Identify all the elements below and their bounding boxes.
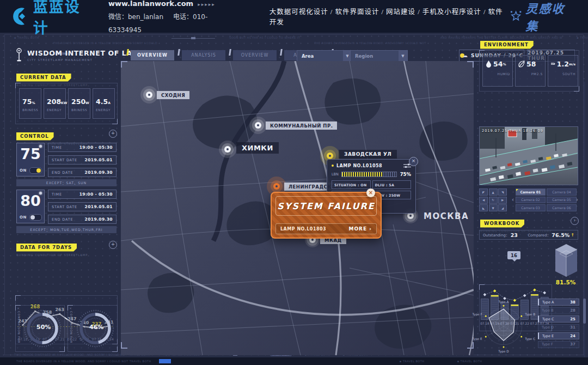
- gauge-value: 50%: [36, 324, 51, 331]
- region-select-value: Region: [355, 53, 373, 59]
- camera-feed[interactable]: [479, 126, 578, 185]
- footer-blue-box: [159, 359, 171, 363]
- brightness-bar[interactable]: [341, 172, 397, 177]
- camera-04-button[interactable]: Camera 04: [547, 188, 577, 196]
- inspiration-collect[interactable]: 灵感收集: [510, 0, 576, 34]
- svg-text:Type F: Type F: [472, 313, 482, 317]
- schedule-toggle-1[interactable]: [29, 167, 42, 174]
- type-a-row[interactable]: Type A38: [538, 299, 579, 306]
- workbook-next-button[interactable]: ›: [571, 217, 579, 225]
- brightness-box-2: 80 ON: [16, 190, 45, 223]
- pan-right-button[interactable]: ▶: [498, 197, 507, 204]
- brand-name: 蓝蓝设计: [33, 0, 94, 38]
- compared-label: Compared：: [528, 232, 550, 238]
- camera-05-button[interactable]: Camera 05: [547, 197, 577, 204]
- time-row: TIME19:00 - 05:30: [48, 143, 117, 152]
- map-label[interactable]: СХОДНЯ: [157, 91, 189, 99]
- pan-down-right-button[interactable]: ◢: [498, 204, 507, 211]
- refresh-button[interactable]: ↻: [489, 197, 498, 204]
- camera-timestamp: 2019.07.25 THUR 18:26:09: [482, 129, 543, 133]
- camera-03-button[interactable]: Camera 03: [516, 204, 546, 211]
- start-date-row: START DATE2019.05.01: [48, 155, 117, 165]
- panel-title-chip: WORKBOOK: [480, 220, 524, 228]
- type-c-row[interactable]: Type C25: [538, 315, 579, 323]
- gauge-label: COMPARISON FOR: [70, 311, 73, 344]
- gauge-label: COMPARISON FOR: [17, 311, 21, 344]
- panel-title-chip: CURRENT DATA: [16, 74, 71, 82]
- lbn-label: LBN: [332, 172, 339, 177]
- camera-06-button[interactable]: Camera 06: [547, 204, 577, 211]
- add-control-button[interactable]: +: [109, 130, 117, 138]
- pan-up-right-button[interactable]: ◥: [498, 188, 507, 196]
- workbook-stats: Outstanding： 23 Compared： 76.5% ↑: [479, 230, 578, 240]
- decor-slider[interactable]: [171, 38, 215, 39]
- on-label: ON: [20, 168, 27, 173]
- panel-subtitle: RUNNING CONDITION OF STREETLAMP: [16, 253, 88, 257]
- status-dot: [332, 165, 334, 167]
- env-humidity: 54% HUMID: [482, 55, 513, 87]
- current-data-frame: 75% BRINESS 208KW ENERGY 250W BRINESS 4.…: [15, 83, 118, 124]
- region-select[interactable]: Region ▼: [350, 50, 408, 62]
- end-date-row: END DATE2019.09.30: [48, 168, 117, 177]
- svg-text:Type B: Type B: [524, 313, 535, 317]
- more-button[interactable]: MORE ›: [348, 226, 372, 232]
- wechat-id: 微信：ben_lanlan: [108, 13, 163, 21]
- cloud-icon: ☁: [463, 53, 468, 58]
- scrollbar-thumb[interactable]: [583, 299, 586, 324]
- tab-analysis-1[interactable]: ANALYSIS: [182, 50, 225, 60]
- pan-up-button[interactable]: ▲: [489, 188, 498, 196]
- decor-check: ▪ TRAVEL BOTH: [577, 36, 588, 39]
- cube-indicator: [554, 243, 578, 280]
- map-pin-skhodnya[interactable]: [143, 89, 155, 101]
- contact-block: www.lanlanwork.com▸▸▸▸▸ 微信：ben_lanlan电话：…: [108, 0, 237, 36]
- type-d-row[interactable]: Type D31: [538, 324, 579, 331]
- type-f-row[interactable]: Type F37: [538, 341, 579, 348]
- map-pin-khimki[interactable]: [222, 143, 234, 155]
- camera-02-button[interactable]: Camera 02: [516, 197, 546, 204]
- lbn-value: 75%: [400, 172, 411, 177]
- area-select[interactable]: Area ▼: [297, 50, 352, 62]
- pan-down-left-button[interactable]: ◣: [479, 204, 488, 211]
- droplet-icon: [486, 60, 492, 68]
- camera-prev-button[interactable]: ‹: [511, 195, 515, 205]
- gauge-panel-1: × COMPARISON FOR 50%: [15, 305, 65, 352]
- svg-text:Type D: Type D: [498, 350, 509, 354]
- brand-logo[interactable]: 蓝蓝设计: [10, 0, 94, 38]
- expand-week-button[interactable]: +: [109, 241, 117, 249]
- decor-text: SOON BUT AS FAR AS I COULD TO WHERE IT: [229, 36, 300, 39]
- map-pin-kommunalny[interactable]: [252, 119, 264, 131]
- map-label[interactable]: КОММУНАЛЬНЫЙ ПР.: [266, 121, 337, 130]
- tab-overview-2[interactable]: OVERVIEW: [233, 50, 277, 60]
- on-label: ON: [20, 215, 27, 220]
- lamp-dot-icon: [39, 145, 42, 148]
- panel-title-chip: ENVIRONMENT: [480, 41, 534, 49]
- type-e-row[interactable]: Type E24: [538, 332, 579, 339]
- schedule-toggle-2[interactable]: [29, 214, 42, 221]
- pan-left-button[interactable]: ◀: [479, 197, 488, 204]
- tab-overview-1[interactable]: OVERVIEW: [131, 50, 174, 60]
- env-wind: 1.2m/s SOUTH: [548, 55, 578, 87]
- map-pin-leningradskoe[interactable]: [271, 180, 283, 192]
- type-b-row[interactable]: Type B28: [538, 307, 579, 314]
- pan-down-button[interactable]: ▼: [489, 204, 498, 211]
- map-label[interactable]: МОСКВА: [419, 210, 473, 222]
- time-row: TIME19:00 - 05:30: [48, 190, 117, 199]
- svg-text:Type E: Type E: [471, 337, 482, 341]
- start-date-row: START DATE2019.05.01: [48, 202, 117, 211]
- promo-banner: 蓝蓝设计 www.lanlanwork.com▸▸▸▸▸ 微信：ben_lanl…: [0, 0, 588, 33]
- outstanding-label: Outstanding：: [483, 232, 510, 238]
- website-link[interactable]: www.lanlanwork.com: [108, 0, 193, 8]
- failure-title: SYSTEM FAILURE: [277, 201, 375, 211]
- map-label[interactable]: ХИМКИ: [236, 142, 279, 154]
- map-label[interactable]: ЗАВОДСКАЯ УЛ: [339, 150, 397, 159]
- pan-up-left-button[interactable]: ◤: [479, 188, 488, 196]
- end-date-row: END DATE2019.09.30: [48, 215, 117, 224]
- arrows-decor: ▸▸▸▸▸: [198, 2, 216, 7]
- close-icon[interactable]: ×: [409, 157, 418, 166]
- camera-01-button[interactable]: Camera 01: [516, 188, 546, 196]
- wind-icon: [551, 61, 555, 67]
- cube-3d-icon: [554, 243, 578, 278]
- dliu-cell: DLIU : 5A: [372, 180, 412, 189]
- decor-text: THE ROADS DIVERGED IN A YELLOW WOOD, AND…: [53, 41, 157, 45]
- metric-briness-w: 250W BRINESS: [68, 88, 90, 119]
